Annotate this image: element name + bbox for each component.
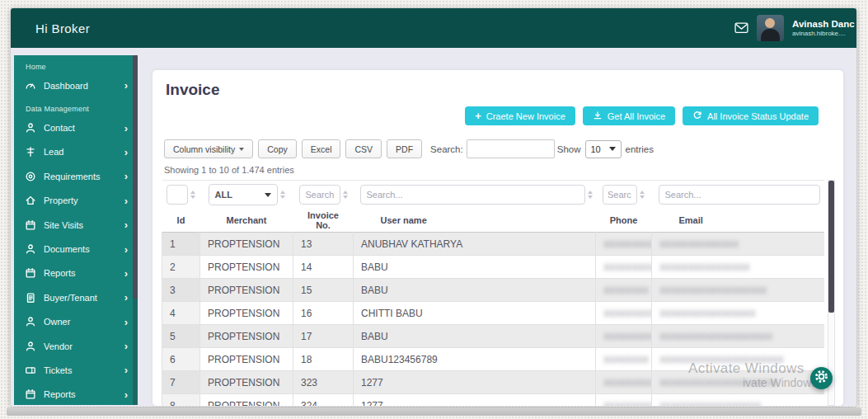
settings-fab[interactable] <box>810 367 833 389</box>
chevron-right-icon: › <box>124 244 128 255</box>
app-window: Hi Broker Avinash Danc avinash.hibroke..… <box>11 8 856 407</box>
cell-id-text: 1 <box>170 238 176 250</box>
sidebar-item-label: Tickets <box>44 365 72 375</box>
table-row[interactable]: 6PROPTENSION18BABU123456789XXXXXXXXXXXXX… <box>162 348 825 371</box>
sidebar-item-property[interactable]: Property› <box>14 189 138 213</box>
mail-icon[interactable] <box>734 22 748 34</box>
filter-merchant-select[interactable]: ALL <box>209 184 278 205</box>
sidebar-item-reports[interactable]: Reports› <box>14 383 138 405</box>
table-row[interactable]: 1PROPTENSION13ANUBHAV KATHARYAXXXXXXXXXX… <box>162 233 825 256</box>
cell-user-name-text: BABU <box>361 331 388 342</box>
sort-icon[interactable] <box>640 191 645 199</box>
sidebar-item-lead[interactable]: Lead› <box>14 140 138 164</box>
sidebar-item-buyer-tenant[interactable]: Buyer/Tenant› <box>14 285 138 309</box>
chevron-right-icon: › <box>124 80 128 91</box>
cell-email: XXXXXXXXXXXXXXXXXXXX <box>652 325 825 348</box>
cell-phone-redacted: XXXXXXXX <box>603 285 649 295</box>
column-header-phone[interactable]: Phone <box>596 209 652 233</box>
sidebar-item-tickets[interactable]: Tickets› <box>14 358 138 382</box>
cell-phone: XXXXXXXX <box>596 279 652 302</box>
filter-invoice-input[interactable] <box>299 185 340 205</box>
owner-icon <box>25 316 36 327</box>
cell-email-redacted: XXXXXXXXXXXXXXXXX <box>659 308 755 318</box>
cell-phone-redacted: XXXXXXXX <box>603 355 649 365</box>
filter-username-input[interactable] <box>360 185 585 205</box>
table-row[interactable]: 8PROPTENSION3241277XXXXXXXXXXXXXXXXXXXXX… <box>162 394 825 407</box>
sidebar-scrollbar-thumb[interactable] <box>133 55 138 299</box>
user-meta[interactable]: Avinash Danc avinash.hibroke.... <box>792 18 855 38</box>
excel-button[interactable]: Excel <box>302 139 341 158</box>
sidebar-item-reports[interactable]: Reports› <box>14 261 138 285</box>
get-all-invoice-label: Get All Invoice <box>608 111 665 121</box>
sidebar-item-site-visits[interactable]: Site Visits› <box>14 213 138 237</box>
screenshot-root: Hi Broker Avinash Danc avinash.hibroke..… <box>0 0 868 419</box>
cell-user-name: BABU <box>354 256 596 279</box>
cell-id-text: 4 <box>170 308 176 319</box>
cell-user-name-text: BABU123456789 <box>361 354 438 365</box>
sidebar-item-vendor[interactable]: Vendor› <box>14 334 138 358</box>
sidebar-item-dashboard[interactable]: Dashboard› <box>14 73 138 97</box>
invoice-table-wrap: ALL <box>162 180 824 406</box>
sidebar-item-contact[interactable]: Contact› <box>14 115 138 139</box>
create-new-invoice-button[interactable]: + Craete New Invoice <box>465 106 575 125</box>
cell-email: XXXXXXXXXXXXXXXXX <box>652 302 825 325</box>
column-header-user-name[interactable]: User name <box>354 209 596 233</box>
all-invoice-status-update-button[interactable]: All Invoice Status Update <box>683 106 819 125</box>
cell-invoice-no-text: 16 <box>301 308 312 319</box>
sidebar-item-owner[interactable]: Owner› <box>14 310 138 334</box>
cell-id: 7 <box>162 371 200 394</box>
table-row[interactable]: 4PROPTENSION16CHITTI BABUXXXXXXXXXXXXXXX… <box>162 302 825 325</box>
filter-phone-input[interactable] <box>603 185 637 205</box>
sort-icon[interactable] <box>588 191 593 199</box>
chevron-right-icon: › <box>124 195 128 206</box>
cell-email-redacted: XXXXXXXXXXXXXXXXXXXXX <box>659 378 778 388</box>
column-visibility-button[interactable]: Column visibility <box>164 139 253 158</box>
invoice-card: Invoice + Craete New Invoice Get All Inv… <box>152 70 843 406</box>
sidebar-item-label: Reports <box>44 268 76 278</box>
sidebar-item-documents[interactable]: Documents› <box>14 237 138 261</box>
requirements-icon <box>25 171 36 182</box>
global-search-input[interactable] <box>467 139 555 158</box>
cell-id-text: 5 <box>170 331 176 342</box>
pdf-button[interactable]: PDF <box>387 139 422 158</box>
cell-phone: XXXXXXXX <box>596 348 652 371</box>
table-row[interactable]: 7PROPTENSION3231277XXXXXXXXXXXXXXXXXXXXX… <box>162 371 825 394</box>
page-size-select[interactable]: 10 <box>585 140 622 158</box>
reports-icon <box>25 267 36 279</box>
sort-icon[interactable] <box>280 191 285 199</box>
copy-button[interactable]: Copy <box>258 139 297 158</box>
brand-title: Hi Broker <box>11 21 90 35</box>
filter-email-input[interactable] <box>659 185 820 205</box>
cell-invoice-no-text: 324 <box>301 400 317 407</box>
sort-icon[interactable] <box>343 191 348 199</box>
table-row[interactable]: 2PROPTENSION14BABUXXXXXXXXXXXXXXXXXXXXXX… <box>162 256 825 279</box>
table-row[interactable]: 3PROPTENSION15BABUXXXXXXXXXXXXXXXXXXXXXX… <box>162 279 825 302</box>
column-header-invoice-no[interactable]: Invoice No. <box>293 209 354 233</box>
filter-id-input[interactable] <box>167 185 188 205</box>
invoice-table: ALL <box>162 180 824 406</box>
cell-invoice-no: 17 <box>293 325 354 348</box>
sidebar: HomeDashboard›Data ManagementContact›Lea… <box>14 55 138 405</box>
sidebar-item-requirements[interactable]: Requirements› <box>14 164 138 188</box>
avatar[interactable] <box>757 15 784 41</box>
table-row[interactable]: 5PROPTENSION17BABUXXXXXXXXXXXXXXXXXXXXXX… <box>162 325 825 348</box>
cell-phone: XXXXXXXXXX <box>596 302 652 325</box>
chevron-right-icon: › <box>124 268 128 279</box>
column-header-email[interactable]: Email <box>652 209 825 233</box>
cell-invoice-no: 15 <box>293 279 354 302</box>
cell-phone-redacted: XXXXXXXXXX <box>603 401 652 407</box>
sort-icon[interactable] <box>190 191 195 199</box>
column-header-merchant[interactable]: Merchant <box>200 209 293 233</box>
merchant-filter-value: ALL <box>215 190 232 200</box>
gear-icon <box>814 370 828 387</box>
table-toolbar: Column visibility Copy Excel CSV PDF Sea… <box>164 139 654 158</box>
cell-email: XXXXXXXXXXXXXXXXXXX <box>652 279 825 302</box>
table-scrollbar-thumb[interactable] <box>828 181 834 313</box>
chevron-down-icon <box>609 147 616 151</box>
sidebar-section-data-management: Data Management <box>14 97 138 115</box>
get-all-invoice-button[interactable]: Get All Invoice <box>583 106 675 125</box>
csv-button[interactable]: CSV <box>345 139 382 158</box>
column-header-id[interactable]: Id <box>162 209 200 233</box>
cell-phone-redacted: XXXXXXXXX <box>603 239 652 249</box>
cell-merchant: PROPTENSION <box>200 279 293 302</box>
